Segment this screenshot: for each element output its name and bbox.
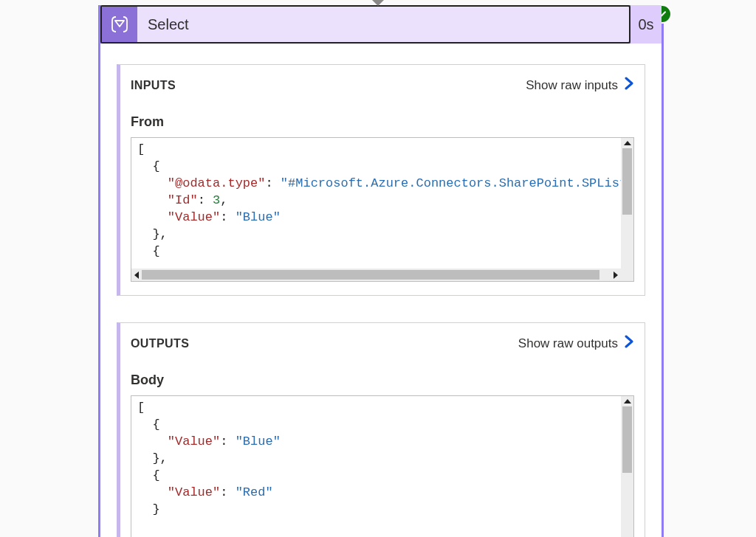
chevron-right-icon (624, 77, 634, 94)
scrollbar-horizontal[interactable] (131, 268, 621, 281)
outputs-title: OUTPUTS (131, 337, 189, 350)
inputs-section: INPUTS Show raw inputs From [ { "@odata.… (117, 64, 645, 296)
scrollbar-corner (621, 268, 633, 281)
card-header[interactable]: Select 0s (100, 5, 662, 44)
card-header-bar[interactable]: Select (100, 5, 630, 44)
outputs-body-code-wrap: [ { "Value": "Blue" }, { "Value": "Red" … (131, 395, 634, 537)
select-action-icon (102, 7, 137, 42)
outputs-body-label: Body (120, 352, 645, 395)
outputs-body-code[interactable]: [ { "Value": "Blue" }, { "Value": "Red" … (131, 396, 633, 531)
action-card: Select 0s INPUTS Show raw inputs From [ … (98, 5, 664, 537)
scrollbar-vertical[interactable] (621, 396, 633, 537)
card-title: Select (137, 16, 629, 33)
inputs-from-label: From (120, 94, 645, 137)
outputs-section: OUTPUTS Show raw outputs Body [ { "Value… (117, 322, 645, 537)
inputs-title: INPUTS (131, 79, 176, 92)
card-duration: 0s (630, 5, 662, 44)
show-raw-inputs-label: Show raw inputs (526, 78, 618, 93)
show-raw-inputs-button[interactable]: Show raw inputs (526, 77, 634, 94)
scrollbar-vertical[interactable] (621, 138, 633, 268)
show-raw-outputs-label: Show raw outputs (518, 336, 618, 351)
show-raw-outputs-button[interactable]: Show raw outputs (518, 335, 634, 352)
inputs-from-code[interactable]: [ { "@odata.type": "#Microsoft.Azure.Con… (131, 138, 633, 263)
inputs-from-code-wrap: [ { "@odata.type": "#Microsoft.Azure.Con… (131, 137, 634, 282)
chevron-right-icon (624, 335, 634, 352)
flow-connector-handle-icon (372, 0, 384, 6)
